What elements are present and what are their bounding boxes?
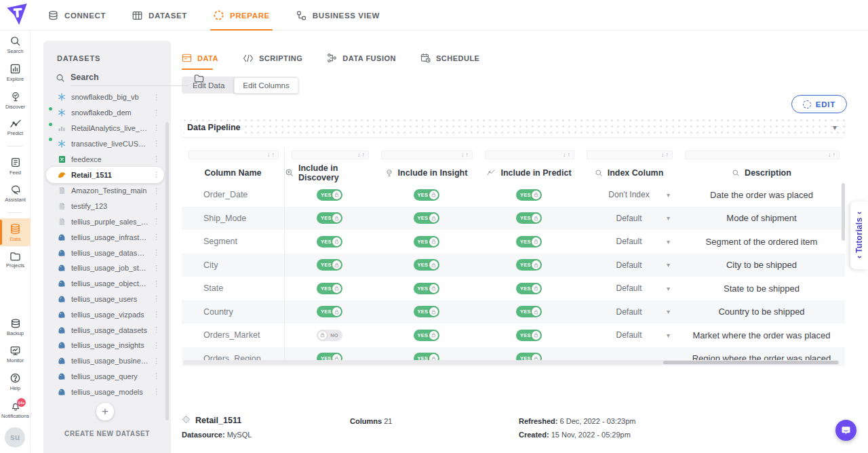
dataset-item-amazon-testing-main[interactable]: Amazon_Testing_main ⋮	[46, 183, 164, 199]
toggle-yes[interactable]: YES	[516, 236, 542, 248]
sort-arrows-icon[interactable]: ↓↑	[563, 151, 572, 158]
dataset-item-tellius-usage-query[interactable]: tellius_usage_query ⋮	[46, 369, 164, 385]
column-filter[interactable]: ↓↑	[485, 151, 574, 159]
data-pipeline-bar[interactable]: Data Pipeline ▾	[182, 117, 845, 137]
rail-item-explore[interactable]: Explore	[0, 58, 31, 86]
column-filter[interactable]: ↓↑	[381, 151, 473, 159]
dataset-item-tellius-usage-job-stats[interactable]: tellius_usage_job_stats ⋮	[46, 260, 164, 276]
dataset-item-retail-1511[interactable]: Retail_1511 ⋮	[46, 167, 164, 183]
search-input[interactable]	[71, 71, 189, 86]
rail-item-backup[interactable]: Backup	[0, 313, 31, 340]
column-header-include-in-predict[interactable]: Include in Predict	[478, 162, 580, 183]
nav-dataset[interactable]: DATASET	[132, 0, 187, 31]
kebab-menu-icon[interactable]: ⋮	[149, 372, 164, 380]
kebab-menu-icon[interactable]: ⋮	[149, 93, 164, 102]
kebab-menu-icon[interactable]: ⋮	[149, 139, 164, 148]
toggle-yes[interactable]: YES	[317, 189, 342, 201]
dataset-item-tellius-usage-businessviews[interactable]: tellius_usage_businessviews ⋮	[46, 353, 164, 369]
toggle-yes[interactable]: YES	[516, 330, 542, 341]
chat-launcher-button[interactable]	[835, 420, 856, 441]
index-column-select[interactable]: Default▾	[580, 254, 678, 277]
column-filter[interactable]: ↓↑	[189, 151, 279, 159]
sort-arrows-icon[interactable]: ↓↑	[267, 151, 276, 158]
toggle-yes[interactable]: YES	[516, 189, 542, 201]
tab-data-fusion[interactable]: DATA FUSION	[327, 53, 396, 70]
chevron-down-icon[interactable]: ▾	[833, 123, 837, 132]
kebab-menu-icon[interactable]: ⋮	[149, 170, 164, 179]
rail-item-assistant[interactable]: Assistant	[0, 180, 31, 207]
rail-item-data[interactable]: Data	[0, 218, 31, 246]
rail-item-search[interactable]: Search	[0, 31, 31, 58]
nav-connect[interactable]: CONNECT	[47, 0, 106, 31]
add-dataset-button[interactable]: +	[96, 403, 114, 420]
column-header-column-name[interactable]: Column Name	[182, 162, 285, 183]
kebab-menu-icon[interactable]: ⋮	[149, 326, 164, 334]
dataset-item-tellius-usage-object-usage[interactable]: tellius_usage_object_usage ⋮	[46, 276, 164, 292]
toggle-yes[interactable]: YES	[414, 189, 439, 201]
toggle-yes[interactable]: YES	[414, 306, 439, 317]
toggle-yes[interactable]: YES	[414, 283, 439, 294]
toggle-yes[interactable]: YES	[414, 212, 439, 224]
toggle-yes[interactable]: YES	[516, 212, 542, 224]
kebab-menu-icon[interactable]: ⋮	[149, 310, 164, 319]
kebab-menu-icon[interactable]: ⋮	[149, 233, 164, 241]
column-header-description[interactable]: Description	[678, 162, 845, 183]
segment-edit-columns[interactable]: Edit Columns	[234, 77, 298, 94]
dataset-item-tellius-usage-models[interactable]: tellius_usage_models ⋮	[46, 384, 164, 399]
kebab-menu-icon[interactable]: ⋮	[149, 279, 164, 288]
kebab-menu-icon[interactable]: ⋮	[149, 248, 164, 257]
dataset-item-tellius-usage-vizpads[interactable]: tellius_usage_vizpads ⋮	[46, 307, 164, 322]
create-dataset-label[interactable]: CREATE NEW DATASET	[43, 430, 171, 437]
tab-data[interactable]: DATA	[182, 53, 218, 70]
index-column-select[interactable]: Default▾	[580, 323, 678, 347]
dataset-item-tellius-usage-datasources[interactable]: tellius_usage_datasources ⋮	[46, 245, 164, 260]
kebab-menu-icon[interactable]: ⋮	[149, 217, 164, 226]
toggle-yes[interactable]: YES	[516, 283, 542, 294]
folder-icon[interactable]	[194, 74, 204, 83]
kebab-menu-icon[interactable]: ⋮	[149, 202, 164, 211]
dataset-item-testify-123[interactable]: testify_123 ⋮	[46, 199, 164, 214]
sidebar-scrollbar[interactable]	[165, 122, 169, 420]
toggle-yes[interactable]: YES	[414, 236, 439, 248]
nav-business-view[interactable]: BUSINESS VIEW	[296, 0, 380, 31]
tab-scripting[interactable]: SCRIPTING	[243, 53, 302, 70]
toggle-no[interactable]: NO	[317, 330, 342, 341]
toggle-yes[interactable]: YES	[317, 283, 342, 294]
sort-arrows-icon[interactable]: ↓↑	[461, 151, 470, 158]
edit-button[interactable]: EDIT	[791, 95, 847, 113]
kebab-menu-icon[interactable]: ⋮	[149, 155, 164, 163]
tellius-logo[interactable]	[4, 1, 31, 28]
nav-prepare[interactable]: PREPARE	[213, 0, 270, 31]
dataset-item-tellius-usage-insights[interactable]: tellius_usage_insights ⋮	[46, 338, 164, 353]
vertical-scrollbar[interactable]	[842, 183, 845, 241]
kebab-menu-icon[interactable]: ⋮	[149, 341, 164, 350]
kebab-menu-icon[interactable]: ⋮	[149, 264, 164, 273]
toggle-yes[interactable]: YES	[516, 306, 542, 317]
rail-item-notifications[interactable]: 14+ Notifications	[0, 395, 31, 423]
dataset-item-tellius-usage-users[interactable]: tellius_usage_users ⋮	[46, 292, 164, 307]
dataset-item-transactive-livecusttrans-[interactable]: transactive_liveCUSTTRANS... ⋮	[46, 136, 164, 151]
index-column-select[interactable]: Default▾	[580, 207, 678, 231]
kebab-menu-icon[interactable]: ⋮	[149, 357, 164, 366]
toggle-yes[interactable]: YES	[317, 306, 342, 317]
kebab-menu-icon[interactable]: ⋮	[149, 294, 164, 303]
index-column-select[interactable]: Default▾	[580, 300, 678, 324]
column-filter[interactable]: ↓↑	[685, 151, 840, 159]
dataset-item-retailanalytics-live-test[interactable]: RetailAnalytics_live_test ⋮	[46, 121, 164, 136]
tutorials-tab[interactable]: ‹ Tutorials ‹	[850, 201, 868, 269]
index-column-select[interactable]: Default▾	[580, 277, 678, 300]
kebab-menu-icon[interactable]: ⋮	[149, 109, 164, 117]
toggle-yes[interactable]: YES	[317, 212, 342, 224]
rail-item-help[interactable]: Help	[0, 368, 31, 395]
dataset-item-tellius-purple-sales-feed-fin[interactable]: tellius_purple_sales_feed_fin ⋮	[46, 214, 164, 230]
user-avatar[interactable]: su	[5, 427, 25, 448]
horizontal-scrollbar-thumb[interactable]	[663, 361, 838, 364]
toggle-yes[interactable]: YES	[414, 330, 439, 341]
rail-item-discover[interactable]: Discover	[0, 86, 31, 114]
toggle-yes[interactable]: YES	[317, 259, 342, 271]
dataset-item-tellius-usage-datasets[interactable]: tellius_usage_datasets ⋮	[46, 322, 164, 338]
rail-item-monitor[interactable]: Monitor	[0, 340, 31, 368]
toggle-yes[interactable]: YES	[317, 236, 342, 248]
toggle-yes[interactable]: YES	[414, 259, 439, 271]
column-header-index-column[interactable]: Index Column	[580, 162, 678, 183]
